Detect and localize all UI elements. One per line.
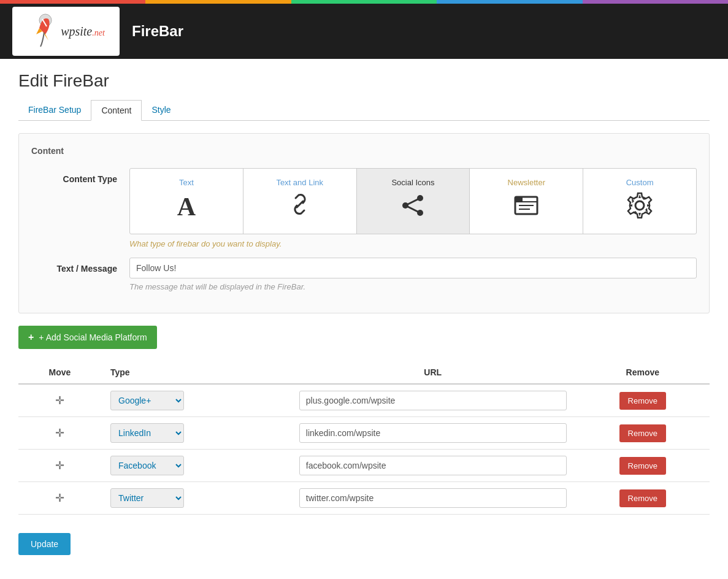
ct-custom-label: Custom [589, 178, 690, 187]
text-message-input[interactable] [129, 258, 697, 278]
content-type-row: Content Type Text A Text and Link [31, 168, 697, 248]
table-row: ✛ Google+LinkedInFacebookTwitterPinteres… [18, 384, 710, 417]
add-social-media-button[interactable]: + + Add Social Media Platform [18, 326, 157, 349]
table-body: ✛ Google+LinkedInFacebookTwitterPinteres… [18, 384, 710, 515]
type-select-2[interactable]: Google+LinkedInFacebookTwitterPinterestY… [110, 456, 184, 475]
table-header: Move Type URL Remove [18, 361, 710, 384]
move-cell: ✛ [18, 384, 101, 417]
move-cell: ✛ [18, 417, 101, 450]
rocket-icon [27, 13, 58, 50]
ct-gear-icon [589, 192, 690, 224]
move-handle-0[interactable]: ✛ [55, 394, 64, 407]
text-message-row: Text / Message The message that will be … [31, 258, 697, 291]
content-type-text[interactable]: Text A [130, 169, 243, 234]
type-select-0[interactable]: Google+LinkedInFacebookTwitterPinterestY… [110, 391, 184, 410]
update-button[interactable]: Update [18, 533, 71, 555]
svg-line-6 [405, 198, 420, 205]
text-message-helper: The message that will be displayed in th… [129, 282, 697, 291]
col-type: Type [101, 361, 290, 384]
type-cell-3: Google+LinkedInFacebookTwitterPinterestY… [101, 482, 290, 515]
text-message-field-wrapper: The message that will be displayed in th… [129, 258, 697, 291]
content-type-options: Text A Text and Link [129, 168, 697, 248]
url-input-2[interactable] [299, 456, 567, 475]
social-media-table: Move Type URL Remove ✛ Google+LinkedInFa… [18, 361, 710, 515]
col-remove: Remove [576, 361, 710, 384]
content-type-text-link[interactable]: Text and Link [243, 169, 357, 234]
remove-button-0[interactable]: Remove [619, 392, 666, 410]
remove-button-1[interactable]: Remove [619, 424, 666, 442]
page-content: Edit FireBar FireBar Setup Content Style… [0, 59, 728, 579]
table-row: ✛ Google+LinkedInFacebookTwitterPinteres… [18, 482, 710, 515]
ct-link-icon [250, 192, 350, 222]
content-type-label: Content Type [31, 168, 129, 184]
ct-text-link-label: Text and Link [250, 178, 350, 187]
type-select-3[interactable]: Google+LinkedInFacebookTwitterPinterestY… [110, 488, 184, 508]
content-type-newsletter[interactable]: Newsletter [470, 169, 583, 234]
ct-text-icon: A [136, 192, 237, 221]
remove-cell-0: Remove [576, 384, 710, 417]
remove-button-2[interactable]: Remove [619, 457, 666, 475]
content-section: Content Content Type Text A Text and Lin… [18, 133, 710, 313]
ct-newsletter-label: Newsletter [476, 178, 577, 187]
url-cell-3 [290, 482, 576, 515]
ct-text-label: Text [136, 178, 237, 187]
move-handle-3[interactable]: ✛ [55, 492, 64, 504]
content-type-helper: What type of firebar do you want to disp… [129, 239, 697, 248]
tabs: FireBar Setup Content Style [18, 100, 710, 121]
add-icon: + [28, 332, 34, 343]
move-handle-1[interactable]: ✛ [55, 427, 64, 439]
content-section-title: Content [31, 146, 697, 156]
svg-point-13 [635, 201, 644, 210]
ct-social-label: Social Icons [363, 178, 464, 187]
ct-newsletter-icon [476, 192, 577, 224]
url-input-1[interactable] [299, 423, 567, 443]
content-type-custom[interactable]: Custom [583, 169, 696, 234]
url-cell-0 [290, 384, 576, 417]
svg-rect-12 [515, 197, 523, 202]
tab-style[interactable]: Style [142, 100, 180, 121]
col-move: Move [18, 361, 101, 384]
move-handle-2[interactable]: ✛ [55, 459, 64, 472]
remove-button-3[interactable]: Remove [619, 489, 666, 507]
page-title: Edit FireBar [18, 71, 710, 91]
ct-share-icon [363, 192, 464, 224]
move-cell: ✛ [18, 450, 101, 482]
type-select-1[interactable]: Google+LinkedInFacebookTwitterPinterestY… [110, 423, 184, 443]
remove-cell-2: Remove [576, 450, 710, 482]
type-cell-1: Google+LinkedInFacebookTwitterPinterestY… [101, 417, 290, 450]
svg-line-7 [405, 205, 420, 213]
url-input-3[interactable] [299, 488, 567, 508]
type-cell-0: Google+LinkedInFacebookTwitterPinterestY… [101, 384, 290, 417]
url-cell-2 [290, 450, 576, 482]
remove-cell-3: Remove [576, 482, 710, 515]
col-url: URL [290, 361, 576, 384]
header: wpsite.net FireBar [0, 4, 728, 59]
table-row: ✛ Google+LinkedInFacebookTwitterPinteres… [18, 450, 710, 482]
url-cell-1 [290, 417, 576, 450]
move-cell: ✛ [18, 482, 101, 515]
content-type-selector: Text A Text and Link [129, 168, 697, 234]
text-message-label: Text / Message [31, 258, 129, 274]
type-cell-2: Google+LinkedInFacebookTwitterPinterestY… [101, 450, 290, 482]
logo-text: wpsite.net [61, 25, 105, 39]
content-type-social[interactable]: Social Icons [357, 169, 470, 234]
logo: wpsite.net [12, 7, 120, 56]
remove-cell-1: Remove [576, 417, 710, 450]
tab-firebar-setup[interactable]: FireBar Setup [18, 100, 91, 121]
svg-line-2 [297, 201, 303, 207]
url-input-0[interactable] [299, 391, 567, 410]
table-row: ✛ Google+LinkedInFacebookTwitterPinteres… [18, 417, 710, 450]
header-title: FireBar [132, 23, 183, 40]
tab-content[interactable]: Content [91, 100, 142, 121]
